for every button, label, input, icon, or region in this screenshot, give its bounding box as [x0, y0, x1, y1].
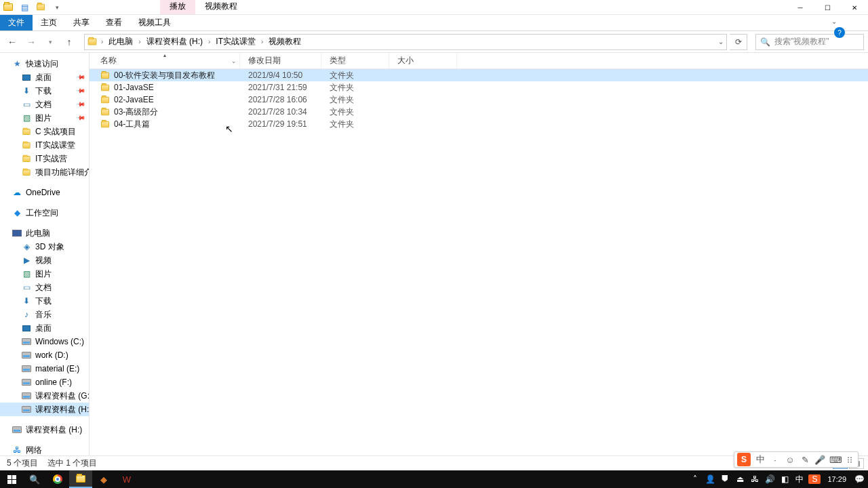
qat-dropdown-icon[interactable]: ▾: [50, 1, 64, 14]
ime-punct-icon[interactable]: ·: [770, 455, 781, 465]
sidebar-item[interactable]: 桌面: [0, 321, 89, 335]
sidebar-item[interactable]: IT实战营: [0, 152, 89, 165]
table-row[interactable]: 02-JavaEE 2021/7/28 16:06 文件夹: [90, 94, 868, 106]
ime-emoji-icon[interactable]: ☺: [785, 455, 795, 465]
sidebar-item[interactable]: ◈3D 对象: [0, 240, 89, 253]
address-dropdown-icon[interactable]: ⌄: [718, 38, 724, 45]
sidebar-item-label: material (E:): [35, 364, 79, 373]
chevron-right-icon[interactable]: ›: [207, 38, 212, 45]
contextual-tab[interactable]: 播放: [160, 0, 195, 14]
sidebar-item[interactable]: C 实战项目: [0, 125, 89, 138]
tray-overflow-icon[interactable]: ˄: [689, 474, 701, 484]
ime-lang-button[interactable]: 中: [755, 453, 766, 466]
sidebar-item[interactable]: IT实战课堂: [0, 138, 89, 152]
ribbon-tab-view[interactable]: 查看: [98, 15, 130, 30]
tray-volume-icon[interactable]: 🔊: [764, 474, 776, 484]
tray-security-icon[interactable]: ⛊: [719, 474, 731, 484]
tray-network-icon[interactable]: 🖧: [749, 474, 761, 484]
ime-skin-icon[interactable]: ✎: [800, 455, 810, 465]
file-date: 2021/7/29 19:51: [240, 119, 321, 129]
ime-keyboard-icon[interactable]: ⌨: [829, 455, 840, 465]
sidebar-item[interactable]: 课程资料盘 (G:): [0, 389, 89, 403]
sidebar-item[interactable]: online (F:): [0, 375, 89, 389]
taskbar-app1-button[interactable]: ◆: [92, 470, 115, 488]
sidebar-item[interactable]: ▧图片: [0, 267, 89, 281]
breadcrumb-folder-1[interactable]: IT实战课堂: [214, 36, 257, 47]
table-row[interactable]: 03-高级部分 2021/7/28 10:34 文件夹: [90, 106, 868, 118]
ribbon-tab-home[interactable]: 主页: [33, 15, 65, 30]
column-header-size[interactable]: 大小: [389, 53, 457, 68]
taskbar-search-button[interactable]: 🔍: [23, 470, 46, 488]
taskbar-app2-button[interactable]: W: [115, 470, 138, 488]
tray-sogou-icon[interactable]: S: [808, 474, 821, 484]
sidebar-item[interactable]: ▶视频: [0, 253, 89, 267]
sidebar-item[interactable]: ▧图片📌: [0, 111, 89, 125]
help-icon[interactable]: ?: [834, 27, 845, 38]
ime-logo-icon[interactable]: S: [737, 453, 751, 466]
maximize-button[interactable]: ☐: [814, 0, 841, 15]
file-name: 01-JavaSE: [114, 83, 154, 92]
file-date: 2021/7/28 16:06: [240, 95, 321, 104]
ime-voice-icon[interactable]: 🎤: [814, 455, 825, 465]
minimize-button[interactable]: ─: [787, 0, 814, 15]
chevron-right-icon[interactable]: ›: [260, 38, 264, 45]
table-row[interactable]: 01-JavaSE 2021/7/31 21:59 文件夹: [90, 81, 868, 94]
sidebar-item[interactable]: ⬇下载📌: [0, 84, 89, 98]
column-header-name[interactable]: ▴ 名称 ⌄: [90, 53, 240, 68]
sidebar-network[interactable]: 🖧 网络: [0, 443, 89, 455]
sidebar-item[interactable]: ⬇下载: [0, 294, 89, 308]
sidebar-item[interactable]: work (D:): [0, 348, 89, 362]
forward-button[interactable]: →: [23, 34, 39, 50]
tray-people-icon[interactable]: 👤: [704, 474, 716, 484]
tray-ime-icon[interactable]: 中: [793, 474, 806, 485]
recent-locations-button[interactable]: ▾: [42, 34, 58, 50]
address-bar[interactable]: › 此电脑 › 课程资料盘 (H:) › IT实战课堂 › 视频教程 ⌄: [84, 34, 727, 50]
refresh-button[interactable]: ⟳: [730, 34, 747, 50]
column-label: 大小: [397, 55, 414, 66]
breadcrumb-drive[interactable]: 课程资料盘 (H:): [145, 36, 204, 47]
ribbon-tab-video-tools[interactable]: 视频工具: [130, 15, 179, 30]
file-type: 文件夹: [321, 94, 389, 106]
sidebar-extra-drive[interactable]: 课程资料盘 (H:): [0, 423, 89, 436]
sidebar-item[interactable]: 桌面📌: [0, 70, 89, 84]
sidebar-this-pc[interactable]: 此电脑: [0, 226, 89, 240]
sidebar-item[interactable]: Windows (C:): [0, 335, 89, 348]
sidebar-workspace[interactable]: ◆ 工作空间: [0, 206, 89, 220]
breadcrumb-folder-2[interactable]: 视频教程: [267, 36, 302, 47]
close-button[interactable]: ✕: [841, 0, 868, 15]
up-button[interactable]: ↑: [61, 34, 77, 50]
tray-app-icon[interactable]: ◧: [778, 474, 791, 484]
ribbon-tab-share[interactable]: 共享: [65, 15, 98, 30]
table-row[interactable]: 04-工具篇 2021/7/29 19:51 文件夹: [90, 118, 868, 130]
sidebar-item[interactable]: 课程资料盘 (H:): [0, 403, 89, 416]
breadcrumb-this-pc[interactable]: 此电脑: [107, 36, 134, 47]
file-type: 文件夹: [321, 82, 389, 94]
qat-new-folder-icon[interactable]: [34, 1, 47, 14]
chevron-right-icon[interactable]: ›: [100, 38, 104, 45]
table-row[interactable]: 00-软件安装与项目发布教程 2021/9/4 10:50 文件夹: [90, 69, 868, 81]
sidebar-onedrive[interactable]: ☁ OneDrive: [0, 186, 89, 199]
taskbar-explorer-button[interactable]: [69, 470, 92, 488]
column-header-type[interactable]: 类型: [321, 53, 389, 68]
chevron-right-icon[interactable]: ›: [137, 38, 142, 45]
sidebar-item[interactable]: ♪音乐: [0, 308, 89, 321]
ribbon-collapse-icon[interactable]: ⌄: [831, 18, 837, 25]
ime-menu-icon[interactable]: ⁝⁝: [844, 455, 855, 465]
ribbon-tab-file[interactable]: 文件: [0, 15, 33, 30]
column-header-date[interactable]: 修改日期: [240, 53, 321, 68]
taskbar-clock[interactable]: 17:29: [823, 475, 850, 483]
sidebar-item[interactable]: ▭文档: [0, 281, 89, 294]
sidebar-quick-access[interactable]: ★ 快速访问: [0, 57, 89, 70]
back-button[interactable]: ←: [4, 34, 20, 50]
download-icon: ⬇: [22, 86, 31, 96]
ime-toolbar[interactable]: S 中 · ☺ ✎ 🎤 ⌨ ⁝⁝: [734, 451, 859, 468]
tray-notifications-icon[interactable]: 💬: [853, 474, 865, 484]
sidebar-item[interactable]: material (E:): [0, 362, 89, 375]
start-button[interactable]: [0, 470, 23, 488]
taskbar-chrome-button[interactable]: [46, 470, 69, 488]
qat-properties-icon[interactable]: ▤: [18, 1, 31, 14]
tray-usb-icon[interactable]: ⏏: [734, 474, 746, 484]
column-dropdown-icon[interactable]: ⌄: [231, 58, 237, 64]
sidebar-item[interactable]: 项目功能详细介绍: [0, 165, 89, 179]
sidebar-item[interactable]: ▭文档📌: [0, 98, 89, 111]
